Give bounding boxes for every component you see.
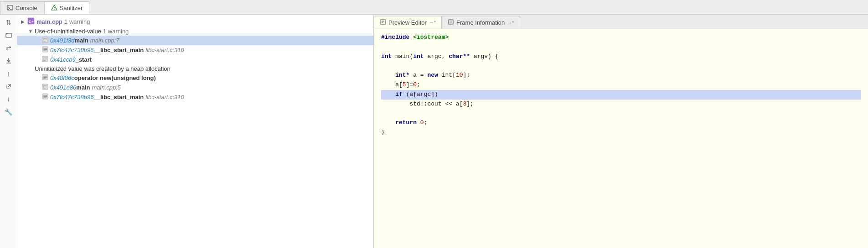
tab-sanitizer[interactable]: Sanitizer bbox=[44, 1, 90, 14]
code-line-5: int* a = new int[ 10 ]; bbox=[381, 71, 861, 80]
frame6-fn: __libc_start_main bbox=[93, 94, 144, 100]
svg-rect-40 bbox=[450, 21, 452, 21]
code-indent3 bbox=[381, 90, 395, 100]
tree-row-frame5[interactable]: ▶ 0x491e86 main main.cpp:5 bbox=[17, 83, 373, 92]
code-line-2 bbox=[381, 42, 861, 52]
code-a-decl: a = bbox=[409, 71, 427, 80]
left-panel: ⇅ ⇄ ↑ bbox=[0, 15, 374, 248]
code-line-9 bbox=[381, 109, 861, 118]
code-line-6: a[ 5 ]= 0 ; bbox=[381, 80, 861, 90]
code-assign: ]= bbox=[406, 80, 413, 90]
uninit-warning: 1 warning bbox=[103, 28, 129, 35]
tree-row-main-cpp[interactable]: ▶ C+ main.cpp 1 warning bbox=[17, 16, 373, 27]
frame-icon-5 bbox=[42, 84, 48, 91]
code-10-num: 10 bbox=[456, 71, 463, 80]
preview-editor-icon bbox=[380, 19, 386, 26]
note-label: Uninitialized value was created by a hea… bbox=[35, 65, 170, 72]
code-if-cond: (a[argc]) bbox=[403, 90, 438, 100]
tree-row-frame4[interactable]: ▶ 0x48f86c operator new(unsigned long) bbox=[17, 73, 373, 83]
code-line-1: #include <iostream> bbox=[381, 33, 861, 42]
sanitizer-icon bbox=[51, 5, 57, 11]
svg-rect-41 bbox=[450, 22, 452, 23]
code-line-7: if (a[argc]) bbox=[381, 90, 861, 100]
frame6-addr: 0x7fc47c738b96 bbox=[50, 94, 93, 100]
frame-icon-6 bbox=[42, 93, 48, 101]
tab-frame-info[interactable]: Frame Information →* bbox=[442, 16, 520, 29]
tab-console[interactable]: Console bbox=[0, 1, 44, 14]
code-semi2: ]; bbox=[466, 100, 474, 109]
code-indent1 bbox=[381, 71, 395, 80]
frame2-addr: 0x7fc47c738b96 bbox=[50, 47, 93, 53]
code-line-10: return 0 ; bbox=[381, 118, 861, 128]
tree-area: ▶ C+ main.cpp 1 warning ▼ Use-of-uniniti… bbox=[17, 15, 373, 248]
frame1-addr: 0x491f3d bbox=[50, 37, 75, 44]
frame5-fn: main bbox=[76, 84, 90, 91]
tab-preview-editor[interactable]: Preview Editor →* bbox=[374, 16, 442, 29]
frame1-fn: main bbox=[75, 37, 88, 44]
open-file-button[interactable] bbox=[3, 29, 15, 41]
frame6-loc: libc-start.c:310 bbox=[145, 94, 184, 100]
frame4-fn: operator new(unsigned long) bbox=[74, 74, 156, 81]
code-argc-plain: argc, bbox=[424, 52, 449, 62]
tree-row-frame1[interactable]: ▶ 0x491f3d main main.cpp:7 bbox=[17, 36, 373, 45]
tree-arrow-uninit: ▼ bbox=[28, 29, 35, 34]
code-ret-semi: ; bbox=[424, 118, 428, 128]
cpp-file-icon: C+ bbox=[27, 17, 35, 26]
frame-icon-4 bbox=[42, 74, 48, 82]
code-3-num: 3 bbox=[463, 100, 466, 109]
download-button[interactable] bbox=[3, 55, 15, 67]
frame4-addr: 0x48f86c bbox=[50, 74, 74, 81]
code-semi1: ; bbox=[417, 80, 420, 90]
prev-button[interactable]: ↑ bbox=[3, 68, 15, 79]
main-tab-bar: Console Sanitizer bbox=[0, 0, 868, 15]
code-line-11: } bbox=[381, 128, 861, 137]
tools-button[interactable]: 🔧 bbox=[3, 106, 15, 118]
preview-editor-arrow: →* bbox=[429, 20, 436, 25]
code-area[interactable]: #include <iostream> int main( int argc, … bbox=[374, 29, 868, 248]
code-include-str: <iostream> bbox=[413, 33, 449, 42]
tree-row-uninit[interactable]: ▼ Use-of-uninitialized-value 1 warning bbox=[17, 27, 373, 36]
code-bracket-semi: ]; bbox=[463, 71, 470, 80]
frame-info-icon bbox=[448, 19, 454, 26]
frame-info-label: Frame Information bbox=[456, 19, 505, 26]
code-5-num: 5 bbox=[403, 80, 406, 90]
frame2-fn: __libc_start_main bbox=[93, 47, 144, 53]
external-button[interactable] bbox=[3, 80, 15, 92]
uninit-label: Use-of-uninitialized-value bbox=[35, 28, 101, 35]
main-cpp-warning: 1 warning bbox=[64, 18, 90, 25]
code-char-kw: char** bbox=[449, 52, 470, 62]
code-0-num: 0 bbox=[413, 80, 417, 90]
tab-sanitizer-label: Sanitizer bbox=[60, 5, 83, 11]
frame1-loc: main.cpp:7 bbox=[90, 37, 119, 44]
tree-arrow-frame3: ▶ bbox=[36, 57, 42, 62]
svg-rect-39 bbox=[449, 20, 453, 24]
code-close-brace: } bbox=[381, 128, 385, 137]
code-ret-0: 0 bbox=[420, 118, 424, 128]
tree-arrow-frame2: ▶ bbox=[36, 47, 42, 53]
tab-console-label: Console bbox=[16, 5, 37, 11]
code-int2-kw: int bbox=[413, 52, 424, 62]
code-main-plain: main( bbox=[392, 52, 413, 62]
left-panel-inner: ⇅ ⇄ ↑ bbox=[0, 15, 373, 248]
preview-editor-label: Preview Editor bbox=[388, 19, 427, 26]
tree-row-frame2[interactable]: ▶ 0x7fc47c738b96 __libc_start_main libc-… bbox=[17, 45, 373, 55]
tree-row-frame3[interactable]: ▶ 0x41ccb9 _start bbox=[17, 55, 373, 64]
code-line-8: std::cout << a[ 3 ]; bbox=[381, 100, 861, 109]
frame-icon-2 bbox=[42, 46, 48, 54]
tree-row-frame6[interactable]: ▶ 0x7fc47c738b96 __libc_start_main libc-… bbox=[17, 92, 373, 102]
tree-arrow-frame5: ▶ bbox=[36, 85, 42, 90]
frame3-fn: _start bbox=[76, 56, 92, 63]
code-line-4 bbox=[381, 61, 861, 71]
frame3-addr: 0x41ccb9 bbox=[50, 56, 76, 63]
console-icon bbox=[7, 5, 13, 11]
main-content: ⇅ ⇄ ↑ bbox=[0, 15, 868, 248]
frame-icon-3 bbox=[42, 56, 48, 63]
svg-line-8 bbox=[8, 84, 10, 87]
frame-info-arrow: →* bbox=[507, 20, 514, 26]
collapse-all-button[interactable]: ⇄ bbox=[3, 42, 15, 54]
svg-text:C+: C+ bbox=[29, 20, 34, 24]
next-button[interactable]: ↓ bbox=[3, 93, 15, 105]
code-return-kw: return bbox=[395, 118, 417, 128]
expand-all-button[interactable]: ⇅ bbox=[3, 16, 15, 28]
tree-arrow-frame4: ▶ bbox=[36, 75, 42, 80]
